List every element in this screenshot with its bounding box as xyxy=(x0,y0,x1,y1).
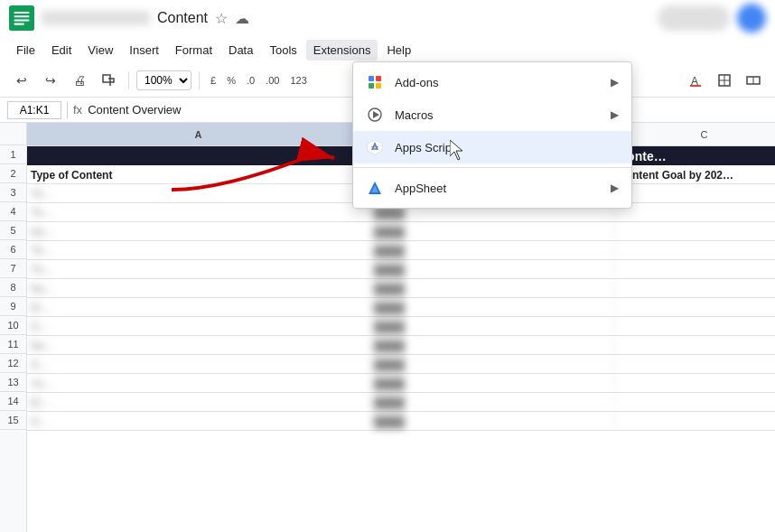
cell-a8[interactable]: No… xyxy=(27,279,370,298)
text-color-button[interactable]: A xyxy=(683,68,708,93)
menu-bar: File Edit View Insert Format Data Tools … xyxy=(0,36,775,63)
svg-rect-3 xyxy=(14,19,30,21)
cell-a13[interactable]: Yo… xyxy=(27,374,370,393)
cell-c11[interactable] xyxy=(614,336,775,355)
cell-a7[interactable]: Th… xyxy=(27,260,370,279)
cell-c6[interactable] xyxy=(614,241,775,260)
extensions-macros-item[interactable]: Macros ▶ xyxy=(353,98,631,131)
svg-rect-1 xyxy=(14,12,30,14)
cell-a1[interactable] xyxy=(27,146,370,165)
cell-c4[interactable] xyxy=(614,203,775,222)
cell-a2[interactable]: Type of Content xyxy=(27,165,370,184)
svg-rect-22 xyxy=(371,146,378,148)
cell-a3[interactable]: Th… xyxy=(27,184,370,203)
formula-bar-divider xyxy=(67,102,68,118)
cloud-icon: ☁ xyxy=(235,10,249,27)
apps-script-label: Apps Script xyxy=(395,141,619,154)
cell-b15[interactable]: ████ xyxy=(370,412,614,431)
row-num-10[interactable]: 10 xyxy=(0,316,26,335)
row-header-corner xyxy=(0,123,26,145)
zoom-select[interactable]: 100% 75% 125% xyxy=(136,70,191,90)
row-num-9[interactable]: 9 xyxy=(0,297,26,316)
merge-cells-button[interactable] xyxy=(741,68,766,93)
cell-b14[interactable]: ████ xyxy=(370,393,614,412)
extensions-apps-script-item[interactable]: Apps Script xyxy=(353,131,631,163)
cell-c12[interactable] xyxy=(614,355,775,374)
svg-rect-13 xyxy=(369,76,374,81)
row-numbers: 1 2 3 4 5 6 7 8 9 10 11 12 13 14 15 xyxy=(0,123,27,532)
avatar xyxy=(737,4,766,33)
row-num-14[interactable]: 14 xyxy=(0,392,26,411)
fx-label: fx xyxy=(73,103,82,117)
cell-c8[interactable] xyxy=(614,279,775,298)
cell-b13[interactable]: ████ xyxy=(370,374,614,393)
cell-b9[interactable]: ████ xyxy=(370,298,614,317)
row-num-15[interactable]: 15 xyxy=(0,411,26,430)
row-num-13[interactable]: 13 xyxy=(0,373,26,392)
row-num-6[interactable]: 6 xyxy=(0,240,26,259)
star-icon[interactable]: ☆ xyxy=(215,10,228,27)
row-num-7[interactable]: 7 xyxy=(0,259,26,278)
cell-c14[interactable] xyxy=(614,393,775,412)
menu-tools[interactable]: Tools xyxy=(262,40,303,61)
cell-a10[interactable]: G… xyxy=(27,317,370,336)
cell-c15[interactable] xyxy=(614,412,775,431)
menu-extensions[interactable]: Extensions xyxy=(306,40,378,61)
menu-view[interactable]: View xyxy=(80,40,120,61)
undo-button[interactable]: ↩ xyxy=(9,68,34,93)
row-num-5[interactable]: 5 xyxy=(0,221,26,240)
cell-c2[interactable]: Content Goal by 202… xyxy=(614,165,775,184)
cell-c5[interactable] xyxy=(614,222,775,241)
cell-b11[interactable]: ████ xyxy=(370,336,614,355)
cell-c7[interactable] xyxy=(614,260,775,279)
cell-c9[interactable] xyxy=(614,298,775,317)
cell-b7[interactable]: ████ xyxy=(370,260,614,279)
paint-format-button[interactable] xyxy=(96,68,121,93)
row-num-1[interactable]: 1 xyxy=(0,145,26,164)
cell-b8[interactable]: ████ xyxy=(370,279,614,298)
svg-rect-14 xyxy=(376,76,381,81)
menu-insert[interactable]: Insert xyxy=(122,40,166,61)
cell-b12[interactable]: ████ xyxy=(370,355,614,374)
toolbar-separator-2 xyxy=(199,71,200,89)
cell-a9[interactable]: El… xyxy=(27,298,370,317)
row-num-4[interactable]: 4 xyxy=(0,202,26,221)
extensions-appsheet-item[interactable]: AppSheet ▶ xyxy=(353,172,631,204)
cell-c1[interactable]: Conte… xyxy=(614,146,775,165)
menu-file[interactable]: File xyxy=(9,40,42,61)
row-num-2[interactable]: 2 xyxy=(0,164,26,183)
redo-button[interactable]: ↪ xyxy=(38,68,63,93)
print-button[interactable]: 🖨 xyxy=(67,68,92,93)
row-num-3[interactable]: 3 xyxy=(0,183,26,202)
col-header-a[interactable]: A xyxy=(27,123,370,145)
cell-a14[interactable]: El… xyxy=(27,393,370,412)
extensions-dropdown: Add-ons ▶ Macros ▶ Apps Script xyxy=(352,61,632,209)
extensions-addons-item[interactable]: Add-ons ▶ xyxy=(353,66,631,98)
cell-a5[interactable]: No… xyxy=(27,222,370,241)
cell-a4[interactable]: Th… xyxy=(27,203,370,222)
cell-b10[interactable]: ████ xyxy=(370,317,614,336)
menu-help[interactable]: Help xyxy=(379,40,418,61)
row-num-12[interactable]: 12 xyxy=(0,354,26,373)
svg-rect-7 xyxy=(690,85,701,87)
cell-a15[interactable]: G… xyxy=(27,412,370,431)
menu-data[interactable]: Data xyxy=(221,40,260,61)
col-header-c[interactable]: C xyxy=(614,123,775,145)
cell-c10[interactable] xyxy=(614,317,775,336)
borders-button[interactable] xyxy=(712,68,737,93)
menu-format[interactable]: Format xyxy=(168,40,219,61)
title-text: Content xyxy=(157,10,208,26)
cell-reference-input[interactable] xyxy=(7,101,61,119)
cell-c3[interactable] xyxy=(614,184,775,203)
macros-icon xyxy=(366,106,384,124)
cell-a12[interactable]: G… xyxy=(27,355,370,374)
cell-a11[interactable]: No… xyxy=(27,336,370,355)
decimal-three: 123 xyxy=(286,73,310,88)
cell-b6[interactable]: ████ xyxy=(370,241,614,260)
row-num-8[interactable]: 8 xyxy=(0,278,26,297)
cell-b5[interactable]: ████ xyxy=(370,222,614,241)
cell-a6[interactable]: Th… xyxy=(27,241,370,260)
cell-c13[interactable] xyxy=(614,374,775,393)
row-num-11[interactable]: 11 xyxy=(0,335,26,354)
menu-edit[interactable]: Edit xyxy=(44,40,79,61)
